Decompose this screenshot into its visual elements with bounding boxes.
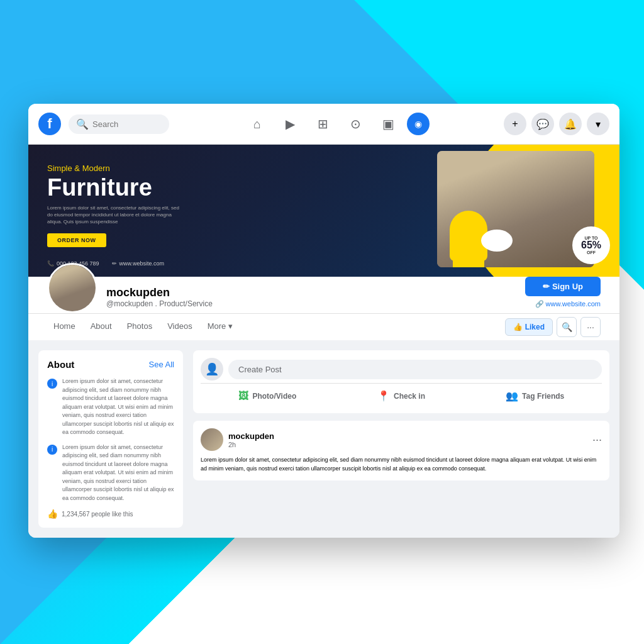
post-more-button[interactable]: ··· (592, 433, 602, 447)
store-nav-icon[interactable]: ⊞ (309, 110, 336, 138)
facebook-logo[interactable]: f (38, 113, 61, 135)
tag-friends-icon: 👥 (506, 390, 518, 402)
profile-avatar[interactable] (47, 263, 97, 313)
profile-website-link[interactable]: 🔗 www.website.com (535, 300, 601, 308)
cover-photo: Simple & Modern Furniture Lorem ipsum do… (28, 145, 619, 277)
search-icon: 🔍 (76, 118, 89, 130)
nav-link-videos[interactable]: Videos (161, 314, 199, 340)
post-user: mockupden 2h (201, 428, 274, 451)
profile-info: mockupden @mockupden . Product/Service (106, 286, 525, 313)
main-content: About See All i Lorem ipsum dolor sit am… (28, 340, 619, 538)
about-text-2: Lorem ipsum dolor sit amet, consectetur … (62, 443, 174, 503)
notifications-button[interactable]: 🔔 (559, 113, 582, 135)
page-nav-actions: 👍 Liked 🔍 ··· (505, 317, 601, 337)
create-post-avatar: 👤 (201, 358, 223, 380)
nav-link-home[interactable]: Home (47, 314, 82, 340)
nav-link-about[interactable]: About (84, 314, 118, 340)
browser-window: f 🔍 ⌂ ▶ ⊞ ⊙ ▣ ◉ + 💬 🔔 ▾ (28, 104, 619, 538)
add-button[interactable]: + (504, 113, 526, 135)
profile-avatar-image (49, 265, 96, 311)
order-now-button[interactable]: ORDER NOW (47, 233, 106, 247)
pages-nav-icon[interactable]: ▣ (374, 110, 402, 138)
discount-percentage: 65% (581, 240, 601, 250)
see-all-link[interactable]: See All (149, 360, 174, 369)
table-decoration (481, 230, 513, 252)
about-text-1: Lorem ipsum dolor sit amet, consectetur … (62, 377, 174, 437)
post-user-info: mockupden 2h (228, 431, 274, 448)
create-post-box: 👤 Create Post 🖼 Photo/Video 📍 Check in 👥 (193, 350, 609, 413)
browser-toolbar: f 🔍 ⌂ ▶ ⊞ ⊙ ▣ ◉ + 💬 🔔 ▾ (28, 104, 619, 145)
cover-furniture-image (437, 151, 594, 267)
photo-video-icon: 🖼 (238, 391, 248, 402)
discount-off-text: OFF (587, 250, 596, 255)
info-icon-2: i (47, 445, 57, 455)
sign-up-button[interactable]: ✏ Sign Up (525, 277, 601, 296)
nav-icons: ⌂ ▶ ⊞ ⊙ ▣ ◉ (177, 110, 496, 138)
posts-section: 👤 Create Post 🖼 Photo/Video 📍 Check in 👥 (193, 350, 609, 528)
cover-website: ✏ www.website.com (112, 260, 165, 267)
about-section: About See All i Lorem ipsum dolor sit am… (38, 350, 183, 528)
page-search-button[interactable]: 🔍 (557, 317, 577, 337)
liked-button[interactable]: 👍 Liked (505, 318, 553, 336)
check-in-label: Check in (394, 392, 425, 401)
check-in-button[interactable]: 📍 Check in (335, 386, 469, 406)
page-more-button[interactable]: ··· (580, 317, 601, 337)
create-post-actions: 🖼 Photo/Video 📍 Check in 👥 Tag Friends (201, 383, 602, 406)
about-title: About (47, 359, 74, 370)
profile-name: mockupden (106, 286, 525, 299)
post-time: 2h (228, 441, 274, 448)
user-avatar-nav[interactable]: ◉ (407, 113, 430, 135)
create-post-top: 👤 Create Post (201, 358, 602, 380)
about-item-1: i Lorem ipsum dolor sit amet, consectetu… (47, 377, 174, 437)
likes-text: 1,234,567 people like this (62, 511, 133, 518)
photo-video-label: Photo/Video (252, 392, 296, 401)
about-header: About See All (47, 359, 174, 370)
messenger-button[interactable]: 💬 (531, 113, 554, 135)
thumb-icon: 👍 (47, 509, 58, 519)
post-user-name: mockupden (228, 431, 274, 441)
profile-section: mockupden @mockupden . Product/Service ✏… (28, 277, 619, 313)
video-nav-icon[interactable]: ▶ (276, 110, 304, 138)
cover-subtitle: Simple & Modern (47, 164, 186, 173)
post-text: Lorem ipsum dolor sit amet, consectetur … (201, 456, 602, 473)
post-header: mockupden 2h ··· (201, 428, 602, 451)
create-post-input[interactable]: Create Post (228, 360, 602, 379)
discount-badge: UP TO 65% OFF (572, 226, 610, 264)
tag-friends-label: Tag Friends (522, 392, 564, 401)
furniture-image-sim (437, 151, 594, 267)
about-item-2: i Lorem ipsum dolor sit amet, consectetu… (47, 443, 174, 503)
cover-content: Simple & Modern Furniture Lorem ipsum do… (47, 164, 186, 247)
check-in-icon: 📍 (377, 390, 390, 402)
photo-video-button[interactable]: 🖼 Photo/Video (201, 386, 335, 406)
post-card: mockupden 2h ··· Lorem ipsum dolor sit a… (193, 421, 609, 480)
page-nav-links: Home About Photos Videos More ▾ (47, 314, 239, 340)
toolbar-right: + 💬 🔔 ▾ (504, 113, 609, 135)
page-nav: Home About Photos Videos More ▾ 👍 Liked … (28, 313, 619, 340)
search-input[interactable] (92, 119, 168, 129)
dropdown-button[interactable]: ▾ (587, 113, 609, 135)
nav-link-more[interactable]: More ▾ (201, 314, 239, 340)
tag-friends-button[interactable]: 👥 Tag Friends (468, 386, 602, 406)
phone-icon: 📞 (47, 260, 54, 267)
home-nav-icon[interactable]: ⌂ (243, 110, 271, 138)
nav-link-photos[interactable]: Photos (121, 314, 158, 340)
info-icon-1: i (47, 379, 57, 389)
profile-actions: ✏ Sign Up 🔗 www.website.com (525, 277, 601, 313)
website-icon: ✏ (112, 260, 117, 267)
groups-nav-icon[interactable]: ⊙ (341, 110, 369, 138)
search-bar[interactable]: 🔍 (69, 114, 169, 134)
post-user-avatar (201, 428, 223, 451)
cover-description: Lorem ipsum dolor sit amet, consectetur … (47, 204, 186, 226)
profile-handle: @mockupden . Product/Service (106, 299, 525, 308)
likes-row: 👍 1,234,567 people like this (47, 509, 174, 519)
cover-title: Furniture (47, 175, 186, 199)
